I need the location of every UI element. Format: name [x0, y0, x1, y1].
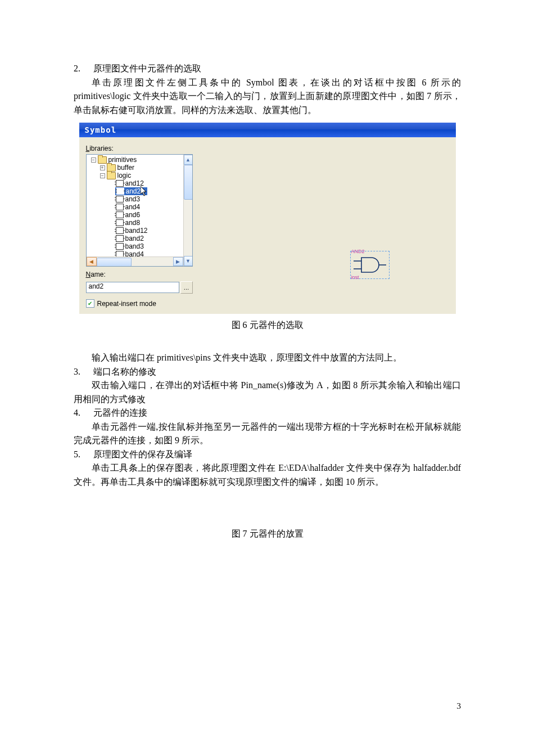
vertical-scrollbar[interactable]: ▲ ▼	[183, 155, 192, 266]
symbol-icon	[116, 219, 124, 226]
tree-item-selected[interactable]: and2	[115, 187, 147, 195]
browse-button[interactable]: …	[180, 281, 193, 294]
symbol-icon	[116, 227, 124, 234]
dot-grid	[198, 144, 450, 310]
and-gate-icon	[354, 254, 386, 276]
scroll-right-icon[interactable]: ▶	[173, 257, 183, 266]
section-2-title: 原理图文件中元器件的选取	[93, 62, 461, 76]
symbol-icon	[116, 243, 124, 250]
section-2-paragraph: 单击原理图文件左侧工具条中的 Symbol 图表，在谈出的对话框中按图 6 所示…	[74, 76, 461, 118]
libraries-label: Libraries:	[86, 144, 193, 153]
section-5-heading: 5. 原理图文件的保存及编译	[74, 448, 461, 462]
name-label: Name:	[86, 270, 193, 279]
scroll-up-icon[interactable]: ▲	[184, 155, 193, 165]
figure-7-caption: 图 7 元器件的放置	[74, 527, 461, 541]
symbol-icon	[116, 212, 124, 218]
gate-label: AND2	[351, 249, 365, 254]
section-3-heading: 3. 端口名称的修改	[74, 365, 461, 379]
tree-item-and12[interactable]: and12	[125, 179, 144, 187]
figure-6: Symbol Libraries: − primitives	[79, 123, 456, 332]
section-3-paragraph: 双击输入端口，在弹出的对话框中将 Pin_name(s)修改为 A，如图 8 所…	[74, 379, 461, 406]
section-2b-paragraph: 输入输出端口在 primitives\pins 文件夹中选取，原理图文件中放置的…	[74, 351, 461, 365]
symbol-icon	[116, 196, 124, 202]
section-4-paragraph: 单击元器件一端,按住鼠标并拖至另一元器件的一端出现带方框的十字光标时在松开鼠标就…	[74, 420, 461, 448]
symbol-icon	[116, 235, 124, 242]
symbol-icon	[116, 204, 124, 210]
folder-open-icon	[107, 172, 116, 179]
symbol-icon	[116, 188, 124, 195]
scroll-thumb[interactable]	[97, 258, 132, 267]
figure-6-caption: 图 6 元器件的选取	[79, 318, 456, 332]
libraries-tree[interactable]: − primitives + buffer −	[86, 154, 193, 267]
tree-item-band12[interactable]: band12	[125, 227, 148, 235]
section-4-heading: 4. 元器件的连接	[74, 406, 461, 420]
horizontal-scrollbar[interactable]: ◀ ▶	[87, 256, 183, 266]
folder-closed-icon	[107, 164, 116, 172]
scroll-left-icon[interactable]: ◀	[87, 257, 97, 266]
scroll-thumb[interactable]	[184, 165, 193, 200]
symbol-dialog: Symbol Libraries: − primitives	[79, 123, 456, 314]
section-4-number: 4.	[74, 406, 93, 420]
tree-root[interactable]: primitives	[108, 156, 137, 164]
section-3-title: 端口名称的修改	[93, 365, 461, 379]
tree-item-band3[interactable]: band3	[125, 242, 144, 250]
tree-item-and2: and2	[126, 187, 141, 195]
section-5-paragraph: 单击工具条上的保存图表，将此原理图文件在 E:\EDA\halfadder 文件…	[74, 461, 461, 489]
dialog-titlebar: Symbol	[79, 123, 456, 137]
tree-logic[interactable]: logic	[117, 172, 132, 179]
tree-item-and6[interactable]: and6	[125, 211, 141, 219]
tree-item-and8[interactable]: and8	[125, 219, 141, 227]
folder-open-icon	[98, 156, 107, 164]
dialog-title: Symbol	[85, 125, 117, 134]
tree-buffer[interactable]: buffer	[117, 164, 134, 172]
section-5-number: 5.	[74, 448, 93, 462]
scroll-down-icon[interactable]: ▼	[184, 256, 193, 266]
tree-item-and4[interactable]: and4	[125, 203, 141, 211]
symbol-icon	[116, 180, 124, 187]
and2-gate-preview: AND2 inst	[350, 251, 390, 279]
page-number: 3	[457, 701, 461, 711]
repeat-insert-checkbox[interactable]	[86, 299, 94, 308]
collapse-icon[interactable]: −	[100, 173, 105, 178]
repeat-insert-label: Repeat-insert mode	[97, 300, 156, 308]
section-3-number: 3.	[74, 365, 93, 379]
tree-item-band2[interactable]: band2	[125, 235, 144, 242]
expand-icon[interactable]: +	[100, 165, 105, 170]
section-5-title: 原理图文件的保存及编译	[93, 448, 461, 462]
section-4-title: 元器件的连接	[93, 406, 461, 420]
section-2-number: 2.	[74, 62, 93, 76]
name-input[interactable]: and2	[86, 282, 179, 293]
collapse-icon[interactable]: −	[91, 158, 96, 163]
symbol-preview: AND2 inst	[198, 144, 450, 310]
tree-item-and3[interactable]: and3	[125, 195, 141, 203]
section-2-heading: 2. 原理图文件中元器件的选取	[74, 62, 461, 76]
